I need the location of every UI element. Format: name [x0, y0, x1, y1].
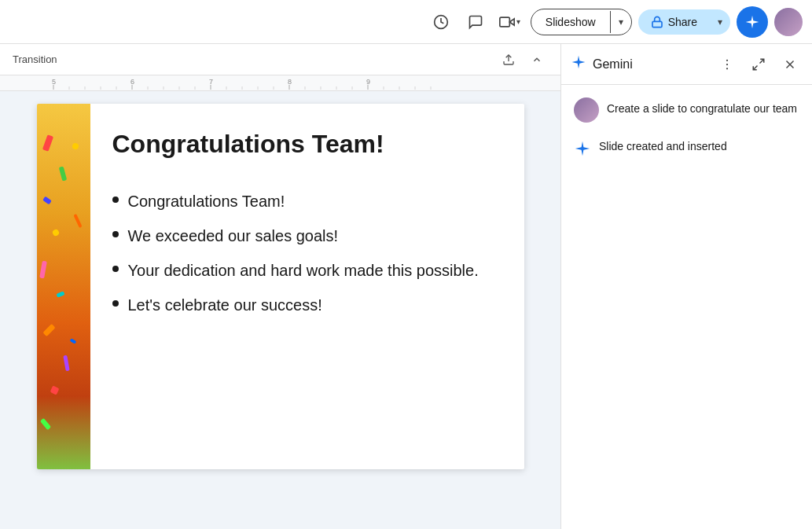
- main-content: Transition: [0, 44, 812, 529]
- gemini-panel: Gemini: [560, 44, 812, 529]
- gemini-star-icon: [571, 54, 586, 74]
- svg-rect-2: [500, 17, 510, 27]
- gemini-response-star-icon: [574, 140, 591, 162]
- confetti-3: [42, 197, 52, 205]
- gemini-toolbar-button[interactable]: [737, 6, 768, 38]
- bullet-text-3: Your dedication and hard work made this …: [128, 259, 479, 281]
- gemini-expand-button[interactable]: [746, 52, 771, 77]
- share-dropdown-button[interactable]: ▾: [710, 10, 730, 34]
- gemini-header: Gemini: [561, 44, 812, 85]
- transition-icons: [498, 49, 548, 71]
- slide-bullets: Congratulations Team! We exceeded our sa…: [112, 190, 499, 316]
- gemini-more-options-button[interactable]: [715, 52, 740, 77]
- export-icon: [502, 53, 515, 66]
- slideshow-button[interactable]: Slideshow: [531, 9, 610, 35]
- svg-text:7: 7: [209, 78, 213, 86]
- confetti-10: [39, 418, 50, 430]
- svg-point-35: [726, 59, 728, 61]
- svg-text:9: 9: [366, 78, 370, 86]
- slide-area: Congratulations Team! Congratulations Te…: [0, 91, 560, 529]
- slide: Congratulations Team! Congratulations Te…: [37, 104, 524, 469]
- bullet-dot-3: [112, 266, 119, 272]
- slide-decoration-image: [37, 104, 90, 469]
- bullet-dot-2: [112, 231, 119, 237]
- confetti-7: [42, 324, 55, 336]
- svg-text:8: 8: [288, 78, 292, 86]
- expand-icon: [751, 57, 766, 72]
- lock-icon: [651, 16, 663, 28]
- bullet-text-1: Congratulations Team!: [128, 190, 285, 212]
- share-button-group: Share ▾: [638, 9, 730, 35]
- toolbar: ▾ Slideshow ▾ Share ▾: [0, 0, 812, 44]
- svg-marker-1: [510, 18, 515, 24]
- svg-text:6: 6: [130, 78, 134, 86]
- confetti-11: [72, 142, 79, 150]
- user-message-text: Create a slide to congratulate our team: [607, 97, 797, 117]
- svg-point-37: [726, 68, 728, 69]
- video-dropdown-arrow: ▾: [516, 17, 520, 26]
- share-button[interactable]: Share: [638, 9, 710, 35]
- slide-panel: Transition: [0, 44, 560, 529]
- bullet-dot-4: [112, 300, 119, 307]
- gemini-star-toolbar-icon: [744, 14, 760, 30]
- video-icon: [499, 14, 515, 30]
- history-button[interactable]: [427, 8, 455, 36]
- transition-bar: Transition: [0, 44, 560, 75]
- bullet-item-2: We exceeded our sales goals!: [112, 225, 499, 247]
- comment-icon: [468, 14, 483, 30]
- slide-content: Congratulations Team! Congratulations Te…: [90, 104, 524, 469]
- confetti-6: [56, 291, 64, 297]
- bullet-item-3: Your dedication and hard work made this …: [112, 259, 499, 281]
- gemini-close-button[interactable]: [777, 52, 803, 77]
- confetti-8: [63, 355, 69, 372]
- slide-title: Congratulations Team!: [112, 129, 499, 159]
- svg-text:5: 5: [52, 78, 56, 86]
- bullet-text-4: Let's celebrate our success!: [128, 294, 322, 316]
- gemini-user-message: Create a slide to congratulate our team: [574, 97, 799, 123]
- gemini-title: Gemini: [593, 57, 708, 72]
- user-avatar: [774, 8, 803, 36]
- transition-label: Transition: [13, 53, 57, 65]
- confetti-4: [51, 229, 60, 237]
- confetti-13: [69, 338, 76, 343]
- svg-point-36: [726, 63, 728, 64]
- comments-button[interactable]: [461, 8, 490, 36]
- ruler-svg: 5 6 7 8 9: [6, 75, 560, 91]
- close-icon: [783, 57, 797, 72]
- gemini-body: Create a slide to congratulate our team …: [561, 85, 812, 529]
- confetti-2: [58, 167, 66, 182]
- history-icon: [433, 14, 449, 30]
- gemini-response-text: Slide created and inserted: [599, 138, 727, 155]
- confetti-9: [50, 386, 59, 395]
- confetti-12: [73, 214, 82, 228]
- user-avatar-gemini: [574, 97, 599, 123]
- bullet-item-4: Let's celebrate our success!: [112, 294, 499, 316]
- svg-rect-3: [652, 21, 662, 27]
- slideshow-button-group: Slideshow ▾: [531, 9, 632, 35]
- export-icon-button[interactable]: [498, 49, 520, 71]
- confetti-1: [42, 134, 53, 152]
- more-vert-icon: [720, 57, 734, 72]
- bullet-item-1: Congratulations Team!: [112, 190, 499, 212]
- bullet-dot-1: [112, 197, 119, 203]
- user-avatar-button[interactable]: [774, 8, 803, 36]
- bullet-text-2: We exceeded our sales goals!: [128, 225, 339, 247]
- collapse-panel-button[interactable]: [526, 49, 548, 71]
- meet-button[interactable]: ▾: [496, 8, 524, 36]
- gemini-response: Slide created and inserted: [574, 138, 799, 162]
- share-label: Share: [668, 16, 697, 28]
- ruler: 5 6 7 8 9: [0, 75, 560, 91]
- slideshow-dropdown-button[interactable]: ▾: [611, 10, 631, 34]
- chevron-up-icon: [531, 54, 542, 65]
- confetti-5: [39, 261, 47, 279]
